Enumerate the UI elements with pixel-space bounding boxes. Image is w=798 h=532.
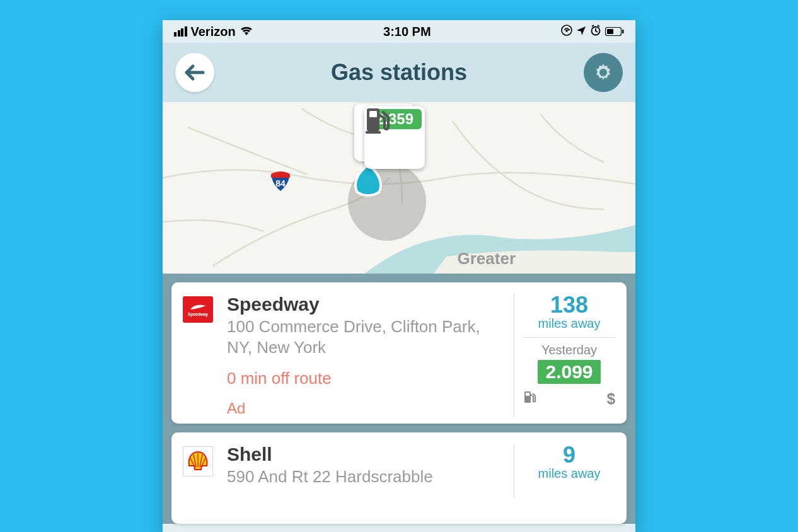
map-region-label: Greater bbox=[458, 249, 516, 269]
svg-rect-13 bbox=[526, 393, 529, 396]
station-list[interactable]: Speedway Speedway 100 Commerce Drive, Cl… bbox=[163, 274, 635, 524]
station-right: 9 miles away bbox=[514, 444, 615, 499]
user-location-marker bbox=[348, 163, 426, 241]
gas-pump-icon bbox=[367, 129, 422, 166]
shell-icon bbox=[186, 449, 210, 473]
header-bar: Gas stations bbox=[163, 43, 635, 102]
distance-unit: miles away bbox=[538, 316, 601, 331]
station-name: Speedway bbox=[227, 294, 506, 315]
status-bar: Verizon 3:10 PM bbox=[163, 20, 635, 43]
gas-price-marker[interactable]: 2.359 bbox=[364, 106, 425, 169]
pump-small-icon bbox=[523, 390, 536, 408]
distance-value: 9 bbox=[563, 444, 575, 466]
gas-price: 2.099 bbox=[538, 360, 600, 384]
wifi-icon bbox=[240, 25, 253, 39]
status-time: 3:10 PM bbox=[383, 25, 431, 39]
station-name: Shell bbox=[227, 444, 506, 465]
station-card[interactable]: Shell 590 And Rt 22 Hardscrabble 9 miles… bbox=[171, 432, 627, 524]
distance-unit: miles away bbox=[538, 466, 601, 481]
station-main: Shell 590 And Rt 22 Hardscrabble bbox=[227, 444, 514, 499]
ad-label: Ad bbox=[227, 400, 506, 417]
svg-rect-1 bbox=[565, 30, 567, 32]
alarm-icon bbox=[590, 25, 601, 39]
map-view[interactable]: 84 2.359 Greater bbox=[163, 102, 635, 274]
station-right: 138 miles away Yesterday 2.099 $ bbox=[514, 294, 615, 417]
station-address: 100 Commerce Drive, Clifton Park, NY, Ne… bbox=[227, 316, 506, 357]
page-title: Gas stations bbox=[331, 59, 467, 86]
orientation-lock-icon bbox=[561, 25, 572, 39]
svg-rect-5 bbox=[622, 30, 624, 33]
distance-value: 138 bbox=[550, 294, 588, 316]
phone-frame: Verizon 3:10 PM bbox=[163, 20, 635, 532]
price-updated: Yesterday bbox=[541, 343, 597, 357]
station-main: Speedway 100 Commerce Drive, Clifton Par… bbox=[227, 294, 514, 417]
back-button[interactable] bbox=[175, 53, 214, 92]
carrier-label: Verizon bbox=[191, 25, 236, 39]
status-right bbox=[561, 25, 624, 39]
battery-icon bbox=[605, 25, 624, 39]
settings-button[interactable] bbox=[584, 53, 623, 92]
svg-rect-10 bbox=[369, 111, 377, 117]
status-left: Verizon bbox=[174, 25, 253, 39]
station-logo-shell bbox=[183, 444, 216, 499]
off-route-label: 0 min off route bbox=[227, 369, 506, 388]
gear-icon bbox=[593, 62, 613, 83]
signal-icon bbox=[174, 26, 187, 37]
arrow-left-icon bbox=[184, 64, 205, 81]
svg-point-6 bbox=[601, 70, 606, 75]
svg-text:84: 84 bbox=[275, 178, 286, 188]
svg-rect-4 bbox=[607, 29, 613, 34]
svg-rect-11 bbox=[366, 131, 381, 134]
station-logo-speedway: Speedway bbox=[183, 294, 216, 417]
station-address: 590 And Rt 22 Hardscrabble bbox=[227, 466, 506, 487]
location-icon bbox=[576, 25, 586, 39]
station-card[interactable]: Speedway Speedway 100 Commerce Drive, Cl… bbox=[171, 282, 627, 424]
dollar-icon: $ bbox=[607, 390, 615, 408]
